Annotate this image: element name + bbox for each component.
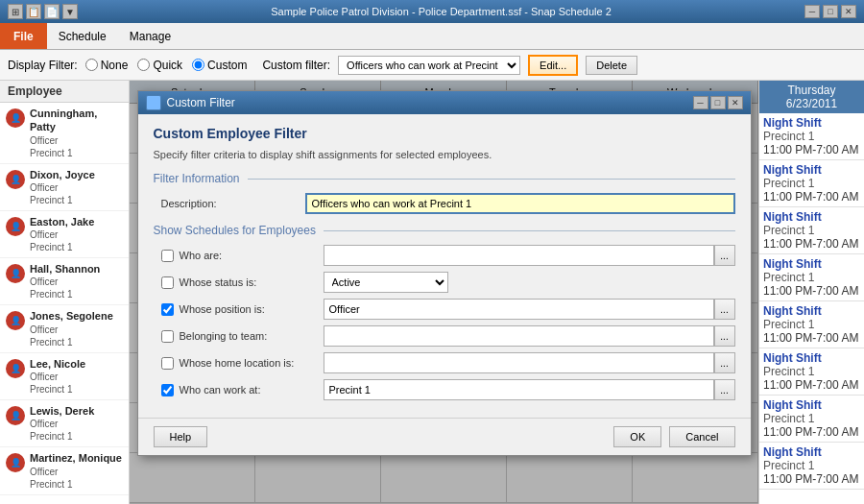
who-are-label: Who are: xyxy=(180,250,324,261)
modal-description: Specify filter criteria to display shift… xyxy=(154,149,735,160)
modal-footer-right: OK Cancel xyxy=(613,426,734,447)
window-title: Sample Police Patrol Division - Police D… xyxy=(84,6,799,17)
shift-name: Night Shift xyxy=(763,351,860,365)
right-shift-item: Night Shift Precinct 1 11:00 PM-7:00 AM xyxy=(759,207,864,254)
list-item[interactable]: 👤 Hall, Shannon Officer Precinct 1 xyxy=(0,258,129,305)
avatar: 👤 xyxy=(6,170,25,189)
who-can-work-checkbox[interactable] xyxy=(161,384,174,396)
modal-heading: Custom Employee Filter xyxy=(154,126,735,141)
belonging-team-label: Belonging to team: xyxy=(180,330,324,342)
cancel-button[interactable]: Cancel xyxy=(669,426,734,447)
list-item[interactable]: 👤 Jones, Segolene Officer Precinct 1 xyxy=(0,305,129,352)
radio-none-label: None xyxy=(101,59,129,72)
employee-name: Easton, Jake xyxy=(30,215,94,228)
shift-location: Precinct 1 xyxy=(763,177,860,190)
shift-name: Night Shift xyxy=(763,445,860,459)
shift-name: Night Shift xyxy=(763,257,860,271)
list-item[interactable]: 👤 Dixon, Joyce Officer Precinct 1 xyxy=(0,164,129,211)
list-item[interactable]: 👤 Martinez, Monique Officer Precinct 1 xyxy=(0,447,129,494)
whose-status-select[interactable]: Active Inactive xyxy=(324,272,448,293)
who-are-input[interactable] xyxy=(324,245,714,266)
radio-quick-input[interactable] xyxy=(137,59,150,71)
toolbar: Display Filter: None Quick Custom Custom… xyxy=(0,50,864,81)
who-can-work-input[interactable] xyxy=(324,379,714,400)
whose-home-input[interactable] xyxy=(324,352,714,373)
belonging-team-checkbox[interactable] xyxy=(161,330,174,343)
list-item[interactable]: 👤 Cunningham, Patty Officer Precinct 1 xyxy=(0,103,129,164)
title-bar: ⊞ 📋 📄 ▼ Sample Police Patrol Division - … xyxy=(0,0,864,23)
maximize-btn[interactable]: □ xyxy=(823,5,838,18)
menu-schedule[interactable]: Schedule xyxy=(47,23,118,49)
shift-name: Night Shift xyxy=(763,398,860,412)
window-controls: ─ □ ✕ xyxy=(804,5,856,18)
employee-name: Jones, Segolene xyxy=(30,309,113,323)
radio-none-input[interactable] xyxy=(85,59,98,71)
radio-quick[interactable]: Quick xyxy=(137,59,182,72)
delete-button[interactable]: Delete xyxy=(586,56,637,75)
employee-name: Martinez, Monique xyxy=(30,451,122,465)
who-are-dots-btn[interactable]: ... xyxy=(714,245,735,266)
belonging-team-input[interactable] xyxy=(324,325,714,347)
right-shift-item: Night Shift Precinct 1 11:00 PM-7:00 AM xyxy=(759,348,864,396)
list-item[interactable]: 👤 Easton, Jake Officer Precinct 1 xyxy=(0,211,129,258)
employee-name: Lewis, Derek xyxy=(30,404,94,418)
whose-home-dots-btn[interactable]: ... xyxy=(714,352,735,373)
modal-restore-btn[interactable]: □ xyxy=(710,96,726,109)
employee-title: Officer xyxy=(30,181,95,194)
radio-quick-label: Quick xyxy=(153,59,182,72)
filter-info-label: Filter Information xyxy=(154,172,240,185)
who-can-work-dots-btn[interactable]: ... xyxy=(714,379,735,400)
minimize-btn[interactable]: ─ xyxy=(804,5,820,18)
modal-title-icon xyxy=(146,95,161,110)
belonging-team-row: Belonging to team: ... xyxy=(154,325,735,347)
edit-button[interactable]: Edit... xyxy=(528,55,578,76)
list-item[interactable]: 👤 Lewis, Derek Officer Precinct 1 xyxy=(0,400,129,447)
avatar: 👤 xyxy=(6,406,25,425)
help-button[interactable]: Help xyxy=(154,426,208,447)
whose-position-row: Whose position is: ... xyxy=(154,299,735,320)
employee-name: Dixon, Joyce xyxy=(30,168,95,181)
right-shift-item: Night Shift Precinct 1 11:00 PM-7:00 AM xyxy=(759,301,864,348)
shift-location: Precinct 1 xyxy=(763,318,860,331)
whose-position-checkbox[interactable] xyxy=(161,303,174,316)
avatar: 👤 xyxy=(6,453,25,472)
avatar: 👤 xyxy=(6,108,25,128)
sidebar: Employee 👤 Cunningham, Patty Officer Pre… xyxy=(0,81,130,504)
radio-custom-label: Custom xyxy=(207,59,247,72)
radio-custom-input[interactable] xyxy=(192,59,204,71)
display-filter-label: Display Filter: xyxy=(8,59,78,72)
filter-select[interactable]: Officers who can work at Precint ▼ xyxy=(338,56,520,75)
belonging-team-dots-btn[interactable]: ... xyxy=(714,325,735,347)
who-are-row: Who are: ... xyxy=(154,245,735,266)
employee-title: Officer xyxy=(30,276,100,288)
modal-titlebar: Custom Filter ─ □ ✕ xyxy=(138,91,751,114)
employee-title: Officer xyxy=(30,418,94,430)
modal-body: Custom Employee Filter Specify filter cr… xyxy=(138,114,751,418)
avatar: 👤 xyxy=(6,217,25,236)
whose-status-row: Whose status is: Active Inactive xyxy=(154,272,735,293)
modal-close-btn[interactable]: ✕ xyxy=(728,96,743,109)
shift-name: Night Shift xyxy=(763,210,860,224)
shift-time: 11:00 PM-7:00 AM xyxy=(763,378,860,392)
menu-file[interactable]: File xyxy=(0,23,47,49)
description-input[interactable] xyxy=(305,193,735,214)
radio-none[interactable]: None xyxy=(85,59,129,72)
whose-status-checkbox[interactable] xyxy=(161,276,174,289)
radio-custom[interactable]: Custom xyxy=(192,59,247,72)
who-can-work-input-group: ... xyxy=(324,379,735,400)
right-shift-item: Night Shift Precinct 1 11:00 PM-7:00 AM xyxy=(759,443,864,490)
close-btn[interactable]: ✕ xyxy=(841,5,856,18)
shift-location: Precinct 1 xyxy=(763,224,860,237)
ok-button[interactable]: OK xyxy=(613,426,661,447)
employee-location: Precinct 1 xyxy=(30,383,85,396)
employee-title: Officer xyxy=(30,466,122,478)
right-panel-header: Thursday 6/23/2011 xyxy=(759,81,864,113)
whose-position-input[interactable] xyxy=(324,299,714,320)
modal-minimize-btn[interactable]: ─ xyxy=(693,96,708,109)
list-item[interactable]: 👤 Lee, Nicole Officer Precinct 1 xyxy=(0,353,129,400)
who-are-checkbox[interactable] xyxy=(161,250,174,262)
menu-manage[interactable]: Manage xyxy=(118,23,182,49)
shift-location: Precinct 1 xyxy=(763,271,860,284)
whose-position-dots-btn[interactable]: ... xyxy=(714,299,735,320)
whose-home-checkbox[interactable] xyxy=(161,357,174,370)
